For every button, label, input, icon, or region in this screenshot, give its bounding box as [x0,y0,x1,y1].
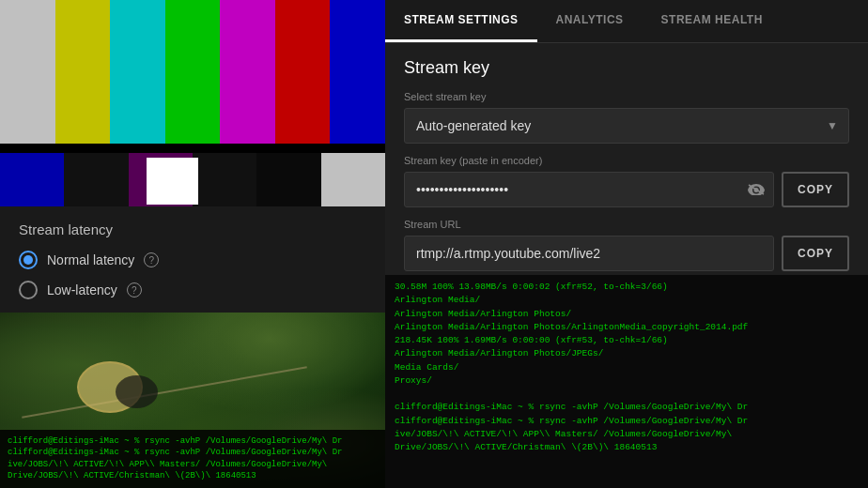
bar-dark-gray [64,153,128,206]
radio-item-low[interactable]: Low-latency ? [19,281,366,299]
term-line-10: clifford@Editings-iMac ~ % rsync -avhP /… [395,401,859,414]
select-stream-key-field[interactable]: Auto-generated key [404,108,849,144]
satellite-terminal-overlay: clifford@Editings-iMac ~ % rsync -avhP /… [0,430,385,488]
select-stream-key-label: Select stream key [404,91,849,102]
radio-inner-normal [23,255,33,265]
bar-cyan [110,0,165,144]
radio-label-normal: Normal latency [47,252,134,267]
bar-blue [330,0,385,144]
help-icon-low[interactable]: ? [127,282,142,297]
term-line-2: Arlington Media/ [395,294,859,307]
white-box [147,158,198,205]
copy-stream-url-button[interactable]: COPY [782,236,849,271]
sat-terminal-line-3: ive/JOBS/\!\ ACTIVE/\!\ APP\\ Masters/ /… [8,459,378,471]
stream-url-group: Stream URL COPY [404,219,849,271]
stream-latency-title: Stream latency [19,221,366,237]
sat-terminal-line-2: clifford@Editings-iMac ~ % rsync -avhP /… [8,447,378,459]
term-line-6: Arlington Media/Arlington Photos/JPEGs/ [395,347,859,360]
term-line-5: 218.45K 100% 1.69MB/s 0:00:00 (xfr#53, t… [395,334,859,347]
stream-key-input-wrapper [404,172,774,207]
term-line-11: clifford@Editings-iMac ~ % rsync -avhP /… [395,415,859,428]
tab-stream-settings[interactable]: STREAM SETTINGS [385,0,537,42]
copy-stream-key-button[interactable]: COPY [782,172,849,207]
stream-key-input[interactable] [404,172,774,207]
bar-white [0,0,55,144]
bar-red [275,0,331,144]
bar-green [165,0,221,144]
stream-url-input[interactable] [404,236,774,271]
select-stream-key-group: Select stream key Auto-generated key ▼ [404,91,849,144]
stream-settings-content: Stream key Select stream key Auto-genera… [385,43,868,275]
stream-key-group: Stream key (paste in encoder) COPY [404,155,849,207]
stream-key-label: Stream key (paste in encoder) [404,155,849,166]
bar-yellow [55,0,111,144]
term-line-3: Arlington Media/Arlington Photos/ [395,308,859,321]
left-panel: Stream latency Normal latency ? Low-late… [0,0,385,488]
eye-icon [748,184,765,195]
stream-key-row: COPY [404,172,849,207]
bars-lower [0,153,385,206]
bar-magenta [220,0,275,144]
tab-stream-health[interactable]: STREAM HEALTH [643,0,782,42]
stream-url-row: COPY [404,236,849,271]
right-terminal-section: 30.58M 100% 13.98MB/s 0:00:02 (xfr#52, t… [385,275,868,488]
bar-dark-blue [0,153,64,206]
stream-url-input-wrapper [404,236,774,271]
bar-black [193,153,256,206]
term-line-9 [395,388,859,401]
term-line-13: Drive/JOBS/\!\ ACTIVE/Christman\ \(2B\)\… [395,441,859,454]
black-strip [0,144,385,153]
radio-outer-normal [19,251,38,269]
term-line-8: Proxys/ [395,374,859,388]
stream-latency-section: Stream latency Normal latency ? Low-late… [0,206,385,309]
radio-label-low: Low-latency [47,282,117,297]
stream-url-label: Stream URL [404,219,849,230]
radio-group: Normal latency ? Low-latency ? [19,251,366,299]
select-stream-key-wrapper: Auto-generated key ▼ [404,108,849,144]
tabs-bar: STREAM SETTINGS ANALYTICS STREAM HEALTH [385,0,868,43]
radio-outer-low [19,281,38,299]
bar-light-gray [321,153,385,206]
stream-key-title: Stream key [404,58,849,78]
radio-item-normal[interactable]: Normal latency ? [19,251,366,269]
bar-darkest [256,153,320,206]
satellite-area: clifford@Editings-iMac ~ % rsync -avhP /… [0,313,385,488]
term-line-12: ive/JOBS/\!\ ACTIVE/\!\ APP\\ Masters/ /… [395,428,859,441]
help-icon-normal[interactable]: ? [144,252,159,267]
term-line-1: 30.58M 100% 13.98MB/s 0:00:02 (xfr#52, t… [395,281,859,294]
color-bars [0,0,385,206]
tab-analytics[interactable]: ANALYTICS [537,0,643,42]
term-line-7: Media Cards/ [395,361,859,374]
right-panel: STREAM SETTINGS ANALYTICS STREAM HEALTH … [385,0,868,488]
sat-terminal-line-4: Drive/JOBS/\!\ ACTIVE/Christman\ \(2B\)\… [8,470,378,482]
sat-terminal-line-1: clifford@Editings-iMac ~ % rsync -avhP /… [8,435,378,448]
term-line-4: Arlington Media/Arlington Photos/Arlingt… [395,321,859,334]
eye-icon-btn[interactable] [748,184,765,195]
